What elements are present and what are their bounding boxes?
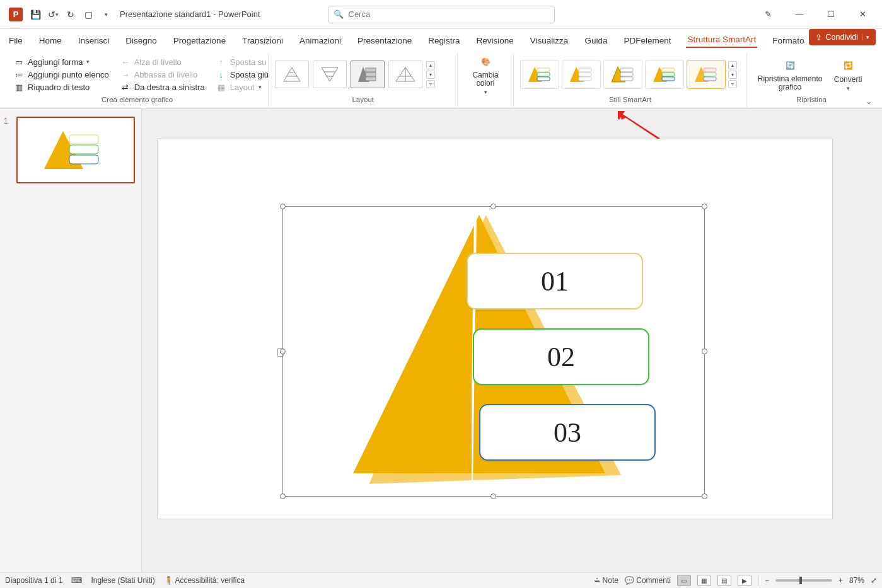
tab-record[interactable]: Registra [427,33,461,48]
layout-scroll-up[interactable]: ▴ [426,61,435,69]
status-language[interactable]: Inglese (Stati Uniti) [91,576,154,585]
share-button[interactable]: ⇪ Condividi ▾ [809,29,876,45]
svg-rect-22 [620,68,633,72]
sel-handle-se[interactable] [702,493,707,499]
svg-rect-16 [537,77,550,81]
status-accessibility[interactable]: 🧍 Accessibilità: verifica [164,576,245,585]
arrow-right-icon: → [120,69,131,79]
arrow-down-icon: ↓ [216,69,226,79]
layout-thumb-3-selected[interactable] [351,61,385,88]
search-input[interactable]: 🔍 Cerca [328,6,555,23]
layout-gallery-expand[interactable]: ▿ [426,80,435,88]
redo-button[interactable]: ↻ [63,7,78,22]
change-colors-label: Cambia colori [464,71,507,88]
view-reading[interactable]: ▤ [717,575,731,586]
zoom-slider[interactable] [775,579,832,582]
fit-to-window-button[interactable]: ⤢ [871,576,877,585]
tab-file[interactable]: File [8,33,24,48]
smartart-item-1[interactable]: 01 [467,253,643,309]
touch-mode-icon[interactable]: ✎ [760,6,776,23]
tab-format[interactable]: Formato [771,33,805,48]
style-scroll: ▴ ▾ ▿ [728,61,737,88]
convert-icon: 🔁 [840,57,856,74]
zoom-percent[interactable]: 87% [849,576,864,585]
slide-panel[interactable]: 1 [0,109,142,572]
tab-smartart-design[interactable]: Struttura SmartArt [686,32,757,48]
smartart-item-3[interactable]: 03 [479,404,656,461]
style-thumb-5-selected[interactable] [687,60,726,89]
tab-pdfelement[interactable]: PDFelement [622,33,672,48]
svg-rect-28 [662,77,675,81]
tab-design[interactable]: Progettazione [172,33,227,48]
minimize-button[interactable]: ― [791,6,808,23]
reset-graphic-button[interactable]: 🔄 Ripristina elemento grafico [753,57,827,91]
svg-rect-15 [537,72,550,76]
tab-slideshow[interactable]: Presentazione [356,33,413,48]
layout-icon: ▦ [216,82,226,92]
swap-icon: ⇄ [120,82,131,92]
style-thumb-1[interactable] [520,60,559,89]
group-label [464,96,507,107]
view-sorter[interactable]: ▦ [697,575,711,586]
layout-scroll-down[interactable]: ▾ [426,71,435,79]
convert-label: Converti [834,75,862,84]
sel-handle-n[interactable] [490,204,496,209]
style-thumb-4[interactable] [645,60,684,89]
smartart-item-2[interactable]: 02 [473,328,649,385]
move-down-button[interactable]: ↓ Sposta giù [215,69,270,80]
tab-review[interactable]: Revisione [475,33,515,48]
notes-label: Note [603,576,618,585]
tab-view[interactable]: Visualizza [529,33,570,48]
zoom-in-button[interactable]: + [838,576,843,585]
view-slideshow[interactable]: ▶ [738,575,751,586]
text-pane-button[interactable]: ▥ Riquadro di testo [13,81,110,93]
rtl-button[interactable]: ⇄ Da destra a sinistra [119,81,206,93]
undo-button[interactable]: ↺▾ [45,7,61,22]
view-normal[interactable]: ▭ [677,575,691,586]
style-thumb-3[interactable] [603,60,642,89]
layout-thumb-4[interactable] [388,61,422,88]
slide-thumbnail-1[interactable] [16,117,135,183]
group-create-graphic: ▭ Aggiungi forma ▾ ≔ Aggiungi punto elen… [6,53,269,107]
smartart-graphic[interactable]: 01 02 03 [303,215,687,486]
slideshow-button[interactable]: ▢ [81,7,96,22]
tab-animations[interactable]: Animazioni [298,33,342,48]
tab-help[interactable]: Guida [583,33,608,48]
comments-label: Commenti [636,576,671,585]
add-bullet-button[interactable]: ≔ Aggiungi punto elenco [13,69,110,80]
status-spell-icon[interactable]: ⌨ [71,576,82,585]
maximize-button[interactable]: ☐ [823,6,839,23]
tab-home[interactable]: Home [38,33,63,48]
collapse-ribbon-button[interactable]: ⌄ [866,97,872,106]
sel-handle-nw[interactable] [280,204,286,209]
style-gallery-expand[interactable]: ▿ [728,80,737,88]
zoom-out-button[interactable]: − [765,576,769,585]
group-label: Crea elemento grafico [13,96,262,107]
chevron-down-icon: ▾ [847,85,850,91]
sel-handle-e[interactable] [702,349,707,354]
tab-draw[interactable]: Disegno [124,33,158,48]
add-shape-button[interactable]: ▭ Aggiungi forma ▾ [13,56,110,67]
qa-overflow[interactable]: ▾ [98,7,113,22]
close-button[interactable]: ✕ [854,6,871,23]
tab-insert[interactable]: Inserisci [77,33,111,48]
tab-transitions[interactable]: Transizioni [241,33,284,48]
layout-thumb-1[interactable] [275,61,309,88]
sel-handle-ne[interactable] [702,204,707,209]
notes-button[interactable]: ≐ Note [594,576,618,585]
sel-handle-sw[interactable] [280,493,286,499]
svg-rect-8 [366,72,376,76]
slide-canvas[interactable]: ‹ 01 02 03 [158,139,832,519]
style-scroll-up[interactable]: ▴ [728,61,737,69]
zoom-thumb[interactable] [799,577,802,584]
convert-button[interactable]: 🔁 Converti ▾ [827,57,869,91]
change-colors-button[interactable]: 🎨 Cambia colori ▾ [464,54,507,95]
layout-thumb-2[interactable] [313,61,347,88]
style-scroll-down[interactable]: ▾ [728,71,737,79]
save-button[interactable]: 💾 [28,7,43,22]
canvas-area[interactable]: ‹ 01 02 03 [142,109,882,572]
sel-handle-s[interactable] [490,493,496,499]
comments-button[interactable]: 💬 Commenti [625,576,671,585]
style-thumb-2[interactable] [562,60,601,89]
sel-handle-w[interactable] [280,349,286,354]
